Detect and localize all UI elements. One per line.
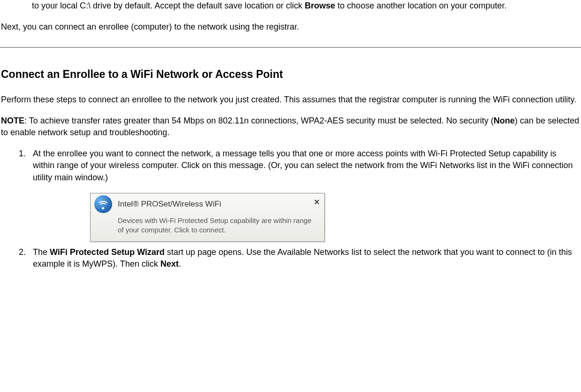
step-2-after: . xyxy=(179,259,181,269)
close-icon[interactable]: × xyxy=(312,195,321,208)
step-2-wizard: WiFi Protected Setup Wizard xyxy=(50,247,165,257)
note-before: : To achieve transfer rates greater than… xyxy=(24,116,494,125)
step-2: The WiFi Protected Setup Wizard start up… xyxy=(28,246,580,270)
wifi-notification-popup[interactable]: Intel® PROSet/Wireless WiFi × Devices wi… xyxy=(90,193,325,242)
intro-text-after: to choose another location on your compu… xyxy=(335,1,506,10)
wifi-icon xyxy=(94,195,112,213)
section-heading: Connect an Enrollee to a WiFi Network or… xyxy=(1,67,580,82)
browse-word: Browse xyxy=(305,1,335,10)
notification-title: Intel® PROSet/Wireless WiFi xyxy=(118,199,312,210)
intro-fragment-paragraph: to your local C:\ drive by default. Acce… xyxy=(32,0,576,12)
section-divider xyxy=(0,47,581,48)
intro-text-before: to your local C:\ drive by default. Acce… xyxy=(32,1,305,10)
step-2-before: The xyxy=(33,247,50,257)
step-1: At the enrollee you want to connect the … xyxy=(28,148,580,242)
step-1-text: At the enrollee you want to connect the … xyxy=(33,149,573,182)
note-label: NOTE xyxy=(1,116,24,125)
lead-paragraph: Next, you can connect an enrollee (compu… xyxy=(1,21,580,33)
step-2-next: Next xyxy=(161,259,179,269)
notification-body: Devices with Wi-Fi Protected Setup capab… xyxy=(91,214,324,242)
perform-paragraph: Perform these steps to connect an enroll… xyxy=(1,94,580,106)
note-none: None xyxy=(494,116,515,125)
steps-list: At the enrollee you want to connect the … xyxy=(1,148,580,270)
note-paragraph: NOTE: To achieve transfer rates greater … xyxy=(1,115,580,138)
